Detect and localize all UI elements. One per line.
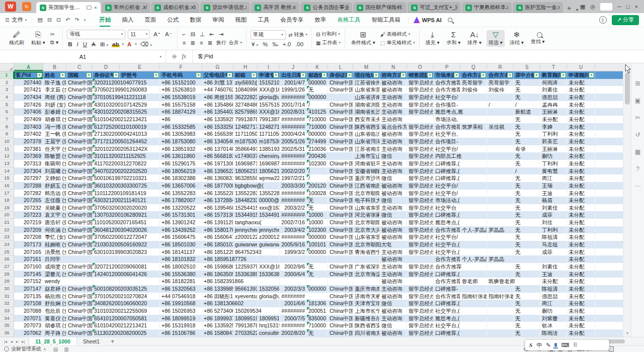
sheet-tab[interactable]: Sheet1 [77,337,106,346]
grid-cell[interactable]: 留学总经办 [407,197,434,204]
grid-cell[interactable]: 207160 [14,263,43,271]
grid-cell[interactable] [460,263,487,271]
grid-cell[interactable]: 赵君婷 (女 [43,285,66,293]
panel-window-icon[interactable]: ▣ [635,98,640,104]
grid-cell[interactable]: 济南市天桥 [353,293,380,300]
grid-cell[interactable]: +86 19910568 [160,300,202,307]
menu-item-智能工具箱[interactable]: 智能工具箱 [366,13,406,27]
grid-cell[interactable]: 主动咨询 [380,248,407,256]
grid-cell[interactable]: 430102200208315525 [93,108,120,116]
grid-cell[interactable]: 合作方推荐 [434,263,460,271]
grid-cell[interactable]: China中国 [328,241,353,248]
grid-cell[interactable]: 个人-罗晶晶 [460,226,487,234]
grid-cell[interactable]: 430103200107142529 [93,101,120,109]
tab-close-icon[interactable]: × [94,5,97,11]
grid-cell[interactable]: 强思喆 [540,94,567,101]
grid-cell[interactable]: 王迪 [540,271,567,278]
header-cell[interactable]: 申请专用▾ [258,71,280,79]
grid-cell[interactable]: 主动咨询 [380,167,407,175]
row-header[interactable]: 15 [0,174,14,182]
grid-cell[interactable]: 山东省东营 [353,86,380,94]
grid-cell[interactable]: ######## [280,152,307,160]
grid-cell[interactable]: 黄嘉仪 (女 [43,315,66,322]
grid-cell[interactable]: m1875308( [258,138,280,145]
grid-cell[interactable]: 刘晨曦 (女 [43,167,66,175]
grid-cell[interactable]: +86 18501030 [160,241,202,248]
grid-cell[interactable]: China中国 [66,204,93,212]
grid-cell[interactable] [328,278,353,285]
grid-cell[interactable]: 2002/5/31 [280,145,307,153]
grid-cell[interactable]: 社交平台/ [434,182,460,190]
grid-cell[interactable]: 无 [514,300,540,307]
filter-icon[interactable]: ▾ [86,72,92,78]
grid-cell[interactable]: 社交平台/ [434,190,460,197]
upload-icon[interactable]: ⇧ [599,16,607,24]
grid-cell[interactable]: 包欣辰 (女 [43,307,66,315]
grid-cell[interactable]: XXX@163.( [258,108,280,116]
grid-cell[interactable]: 蒯玏 [540,152,567,160]
filter-icon[interactable]: ▾ [227,72,232,78]
grid-cell[interactable]: 有录 [514,145,540,153]
grid-cell[interactable]: 文静如 (女 [43,174,66,182]
grid-cell[interactable]: 未分配 [567,322,595,329]
grid-cell[interactable] [120,79,160,86]
print-icon[interactable]: ⊡ [56,17,61,23]
grid-cell[interactable]: 2002/7/16 [280,219,307,226]
grid-cell[interactable]: 135522836 [233,190,258,197]
grid-cell[interactable]: +86 18753080 [160,138,202,145]
grid-cell[interactable]: 袁文宇 (女 [43,211,66,219]
grid-cell[interactable]: +86 18302388 [160,174,202,182]
grid-cell[interactable]: 153363896 [233,271,258,278]
copy-button[interactable]: ⧉ ▾ [50,39,58,46]
grid-cell[interactable]: 口碑推荐,( [434,271,460,278]
grid-cell[interactable]: China中国 [66,315,93,322]
grid-cell[interactable]: 留学总经办 [407,167,434,175]
filter-icon[interactable]: ▾ [273,72,279,78]
grid-cell[interactable]: +86 田晓彤1395 [202,293,233,300]
grid-cell[interactable] [258,255,280,263]
scissors-icon[interactable]: ✂ [635,115,640,121]
globe-icon[interactable]: ◎ [591,4,596,10]
row-header[interactable]: 6 [0,108,14,116]
grid-cell[interactable]: 207223 [14,211,43,219]
grid-cell[interactable]: 000000 [307,285,328,293]
paste-button[interactable]: ⎘ 粘贴 ▾ [29,30,47,47]
grid-cell[interactable]: 无 [307,329,328,337]
grid-cell[interactable]: China中国 [328,182,353,190]
grid-cell[interactable]: 124827175 [233,123,258,131]
grid-cell[interactable]: 新航道 [514,108,540,116]
grid-cell[interactable]: 留学总经办 [407,182,434,190]
formula-input[interactable]: 客户id [192,50,213,63]
grid-cell[interactable]: 2001/4/7 [280,79,307,86]
grid-cell[interactable]: 刘素佳 [540,86,567,94]
grid-cell[interactable] [460,300,487,307]
grid-cell[interactable]: China中国 [328,86,353,94]
grid-cell[interactable]: China中国 [328,116,353,123]
grid-cell[interactable] [514,255,540,263]
grid-cell[interactable]: 207088 [14,307,43,315]
grid-cell[interactable] [66,255,93,263]
grid-cell[interactable] [487,315,514,322]
grid-cell[interactable]: 被动咨询 [380,307,407,315]
grid-cell[interactable]: 410125 [307,108,328,116]
grid-cell[interactable]: 200051 [307,307,328,315]
grid-cell[interactable]: +86 1580841000 [202,329,233,337]
grid-cell[interactable]: +86 1863505000 [202,271,233,278]
grid-cell[interactable]: 社交平台,( [434,241,460,248]
clear-format-button[interactable]: ⌫ ▾ [139,41,153,48]
grid-cell[interactable]: 陈祖清 [540,285,567,293]
grid-cell[interactable]: 郭美艺 [540,138,567,145]
grid-cell[interactable]: ######## [280,211,307,219]
grid-cell[interactable]: / [514,101,540,109]
grid-cell[interactable]: +86 15319918 [160,322,202,329]
row-header[interactable]: 22 [0,226,14,234]
grid-cell[interactable]: +86 1370140948 [202,145,233,153]
grid-cell[interactable]: 207219 [14,219,43,226]
grid-cell[interactable] [233,300,258,307]
grid-cell[interactable]: 陈祖清 [540,233,567,241]
grid-cell[interactable] [460,174,487,182]
menu-item-数据[interactable]: 数据 [184,13,207,27]
grid-cell[interactable]: xxx@163.c( [258,204,280,212]
grid-cell[interactable]: 310113200211152925 [93,152,120,160]
strikethrough-button[interactable]: A [91,41,97,47]
